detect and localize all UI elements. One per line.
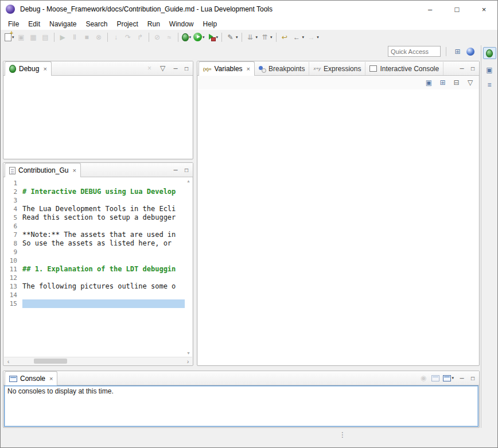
debug-button[interactable]: ▾ — [181, 32, 193, 43]
close-tab-icon[interactable]: × — [43, 65, 46, 72]
step-into-button[interactable]: ↓ — [110, 32, 122, 43]
scroll-down-icon[interactable]: ▼ — [186, 351, 190, 355]
scroll-left-icon[interactable]: ‹ — [4, 358, 13, 365]
maximize-view-button[interactable]: □ — [182, 65, 190, 72]
suspend-button[interactable]: Ⅱ — [69, 32, 81, 43]
close-tab-icon[interactable]: × — [49, 375, 53, 382]
previous-annotation-button[interactable]: ⇈▾ — [259, 32, 274, 43]
open-console-button[interactable]: ▾ — [442, 372, 455, 384]
line-number: 11 — [4, 265, 22, 274]
tab-contribution-gu[interactable]: Contribution_Gu× — [5, 163, 81, 177]
menu-edit[interactable]: Edit — [24, 19, 45, 29]
minimized-view-stack-button[interactable]: ≡ — [484, 80, 496, 90]
menu-help[interactable]: Help — [199, 19, 222, 29]
new-wizard-button[interactable]: ▾ — [3, 32, 15, 43]
skip-all-breakpoints-button[interactable]: ⊘ — [151, 32, 164, 43]
terminate-icon: ■ — [82, 32, 92, 42]
pin-console-button[interactable]: ◉ — [417, 372, 429, 384]
menu-navigate[interactable]: Navigate — [45, 19, 81, 29]
console-panel: Console× ◉▾ ─ □ No consoles to display a… — [3, 371, 480, 428]
open-perspective-button[interactable]: ⊞ — [452, 46, 464, 57]
remove-all-terminated-button[interactable]: × — [143, 63, 155, 74]
tab-console[interactable]: Console× — [5, 371, 57, 385]
restore-minimized-view-button[interactable]: ▣ — [484, 65, 496, 75]
menu-window[interactable]: Window — [165, 19, 199, 29]
close-tab-icon[interactable]: × — [247, 65, 250, 72]
line-number: 7 — [4, 231, 22, 239]
back-button[interactable]: ←▾ — [291, 32, 306, 43]
app-window: Debug - Moose_Framework/docs/Contributio… — [0, 0, 498, 448]
scroll-up-icon[interactable]: ▲ — [186, 179, 190, 183]
variables-view-body[interactable] — [198, 89, 478, 365]
tab-debug[interactable]: Debug× — [5, 61, 52, 76]
maximize-view-button[interactable]: □ — [182, 167, 190, 173]
menu-file[interactable]: File — [3, 19, 24, 29]
tab-interactive-console[interactable]: Interactive Console — [365, 62, 443, 75]
editor-line-6: 6 — [4, 222, 192, 231]
tab-expressions[interactable]: x+yExpressions — [309, 62, 365, 75]
restore-minimized-view-icon: ▣ — [485, 65, 495, 75]
line-text — [22, 291, 185, 299]
menu-search[interactable]: Search — [81, 19, 112, 29]
disconnect-button[interactable]: ⊗ — [93, 32, 105, 43]
forward-icon: → — [306, 32, 316, 42]
console-output-area[interactable]: No consoles to display at this time. — [4, 385, 478, 427]
line-text: Read this section to setup a debugger — [22, 213, 185, 222]
maximize-view-button[interactable]: □ — [469, 375, 477, 381]
menu-project[interactable]: Project — [112, 19, 142, 29]
scroll-right-icon[interactable]: › — [184, 358, 192, 365]
terminate-button[interactable]: ■ — [81, 32, 93, 43]
titlebar: Debug - Moose_Framework/docs/Contributio… — [1, 1, 497, 18]
debug-perspective-button[interactable] — [483, 47, 496, 59]
open-search-button[interactable]: ✎▾ — [224, 32, 239, 43]
editor-line-4: 4The Lua Development Tools in the Ecli — [4, 205, 192, 213]
step-return-button[interactable]: ↱ — [134, 32, 146, 43]
last-edit-location-button[interactable]: ↩ — [279, 32, 291, 43]
view-menu-button[interactable]: ▽ — [157, 63, 169, 74]
line-number: 10 — [4, 256, 22, 265]
next-annotation-button[interactable]: ⇊▾ — [244, 32, 259, 43]
minimize-view-button[interactable]: ─ — [458, 375, 466, 381]
close-tab-icon[interactable]: × — [72, 167, 76, 174]
step-over-button[interactable]: ↷ — [122, 32, 134, 43]
line-number: 4 — [4, 205, 22, 213]
collapse-all-button[interactable]: ⊟ — [450, 77, 462, 88]
close-window-button[interactable]: × — [470, 1, 497, 18]
pin-console-icon: ◉ — [418, 373, 428, 383]
sash-handle[interactable]: ⋮ — [339, 431, 346, 439]
tab-variables[interactable]: (x)=Variables× — [199, 61, 255, 76]
show-logical-structure-button[interactable]: ⊞ — [437, 77, 449, 88]
run-button[interactable]: ▾ — [192, 32, 206, 43]
tab-label: Debug — [19, 65, 39, 73]
minimize-view-button[interactable]: ─ — [172, 167, 180, 173]
tab-breakpoints[interactable]: Breakpoints — [255, 62, 309, 75]
print-button[interactable]: ▤ — [40, 32, 52, 43]
debug-view-body[interactable] — [4, 76, 192, 158]
forward-button[interactable]: →▾ — [305, 32, 320, 43]
tab-label: Interactive Console — [380, 65, 439, 73]
minimize-view-button[interactable]: ─ — [172, 65, 180, 72]
resume-button[interactable]: ▶ — [57, 32, 69, 43]
editor-vertical-scrollbar[interactable]: ▲ ▼ — [185, 177, 192, 357]
scrollbar-thumb[interactable] — [34, 359, 67, 364]
view-menu-button[interactable]: ▽ — [464, 77, 476, 88]
show-type-names-button[interactable]: ▣ — [423, 77, 435, 88]
save-all-button[interactable]: ▦ — [28, 32, 40, 43]
display-selected-console-button[interactable] — [430, 372, 441, 384]
run-icon — [193, 33, 202, 41]
editor-horizontal-scrollbar[interactable]: ‹ › — [4, 357, 192, 365]
tab-label: Contribution_Gu — [18, 166, 68, 174]
menu-run[interactable]: Run — [143, 19, 165, 29]
minimize-window-button[interactable]: – — [417, 1, 443, 18]
run-external-tools-button[interactable]: ▾ — [206, 32, 220, 43]
maximize-window-button[interactable]: □ — [443, 1, 470, 18]
maximize-view-button[interactable]: □ — [469, 65, 477, 72]
use-step-filters-button[interactable]: ≈ — [164, 32, 176, 43]
editor-text-area[interactable]: 12# Interactive DEBUG using Lua Develop3… — [4, 177, 192, 308]
save-button[interactable]: ▣ — [15, 32, 28, 43]
minimize-view-button[interactable]: ─ — [458, 65, 466, 72]
variables-panel: (x)=Variables×Breakpointsx+yExpressionsI… — [197, 61, 480, 366]
ldt-perspective-button[interactable] — [465, 46, 476, 57]
quick-access-input[interactable]: Quick Access — [388, 46, 441, 57]
disconnect-icon: ⊗ — [94, 32, 104, 42]
